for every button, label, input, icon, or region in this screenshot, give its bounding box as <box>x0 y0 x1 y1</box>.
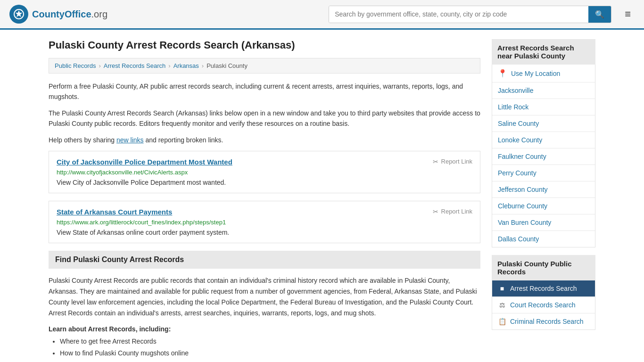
link-card-0: City of Jacksonville Police Department M… <box>49 151 480 193</box>
sidebar-public-title: Pulaski County Public Records <box>492 255 595 280</box>
menu-button[interactable]: ≡ <box>621 7 635 21</box>
logo-icon <box>9 5 28 24</box>
intro-para3: Help others by sharing new links and rep… <box>49 135 480 145</box>
intro-para1: Perform a free Pulaski County, AR public… <box>49 81 480 102</box>
sidebar-nearby-8[interactable]: Van Buren County <box>492 214 595 231</box>
breadcrumb: Public Records › Arrest Records Search ›… <box>49 58 480 74</box>
sidebar-nearby-links: 📍 Use My Location Jacksonville Little Ro… <box>492 65 595 247</box>
intro-para2: The Pulaski County Arrest Records Search… <box>49 108 480 129</box>
sidebar-nearby-5[interactable]: Perry County <box>492 165 595 181</box>
report-link-btn-1[interactable]: ✂ Report Link <box>433 208 472 215</box>
learn-heading: Learn about Arrest Records, including: <box>49 325 480 333</box>
new-links-link[interactable]: new links <box>116 136 144 144</box>
page-title: Pulaski County Arrest Records Search (Ar… <box>49 39 480 51</box>
report-link-btn-0[interactable]: ✂ Report Link <box>433 158 472 165</box>
logo-text: CountyOffice.org <box>32 9 107 20</box>
sidebar-pub-1[interactable]: ⚖ Court Records Search <box>492 297 595 313</box>
scissors-icon-0: ✂ <box>433 158 438 165</box>
link-card-desc-0: View City of Jacksonville Police Departm… <box>57 179 472 186</box>
link-card-header-0: City of Jacksonville Police Department M… <box>57 158 472 166</box>
scissors-icon-1: ✂ <box>433 208 438 215</box>
breadcrumb-public-records[interactable]: Public Records <box>55 62 96 69</box>
sidebar-pub-2[interactable]: 📋 Criminal Records Search <box>492 313 595 329</box>
breadcrumb-sep-3: › <box>202 62 204 69</box>
main-container: Pulaski County Arrest Records Search (Ar… <box>39 30 605 362</box>
sidebar-nearby-title: Arrest Records Search near Pulaski Count… <box>492 39 595 65</box>
site-header: CountyOffice.org 🔍 ≡ <box>0 0 644 30</box>
bullet-item-1: How to find Pulaski County mugshots onli… <box>60 348 480 358</box>
bullet-item-0: Where to get free Arrest Records <box>60 337 480 346</box>
link-card-title-1[interactable]: State of Arkansas Court Payments <box>57 208 172 216</box>
sidebar-nearby-7[interactable]: Cleburne County <box>492 198 595 214</box>
use-location-link[interactable]: 📍 Use My Location <box>492 65 595 82</box>
sidebar: Arrest Records Search near Pulaski Count… <box>492 39 595 362</box>
court-records-icon: ⚖ <box>498 301 506 309</box>
link-card-url-0[interactable]: http://www.cityofjacksonville.net/CivicA… <box>57 169 472 176</box>
location-icon: 📍 <box>498 69 507 78</box>
search-input[interactable] <box>329 6 588 23</box>
arrest-records-icon: ■ <box>498 285 506 292</box>
search-bar: 🔍 <box>329 6 611 23</box>
link-card-header-1: State of Arkansas Court Payments ✂ Repor… <box>57 208 472 216</box>
search-button[interactable]: 🔍 <box>588 6 611 23</box>
site-logo[interactable]: CountyOffice.org <box>9 5 107 24</box>
sidebar-nearby-9[interactable]: Dallas County <box>492 231 595 247</box>
sidebar-nearby-0[interactable]: Jacksonville <box>492 82 595 99</box>
breadcrumb-arkansas[interactable]: Arkansas <box>173 62 199 69</box>
sidebar-nearby-4[interactable]: Faulkner County <box>492 148 595 165</box>
sidebar-pub-0[interactable]: ■ Arrest Records Search <box>492 280 595 297</box>
breadcrumb-sep-2: › <box>168 62 170 69</box>
link-card-url-1[interactable]: https://www.ark.org/littlerock/court_fin… <box>57 219 472 226</box>
bullet-item-2: Are Pulaski County, AR Arrest Records pu… <box>60 360 480 362</box>
sidebar-nearby-2[interactable]: Saline County <box>492 115 595 132</box>
sidebar-nearby-6[interactable]: Jefferson County <box>492 181 595 198</box>
find-records-heading: Find Pulaski County Arrest Records <box>49 251 480 269</box>
sidebar-nearby-3[interactable]: Lonoke County <box>492 132 595 148</box>
breadcrumb-arrest-records[interactable]: Arrest Records Search <box>104 62 166 69</box>
find-records-body: Pulaski County Arrest Records are public… <box>49 275 480 319</box>
link-card-1: State of Arkansas Court Payments ✂ Repor… <box>49 201 480 243</box>
bullet-list: Where to get free Arrest Records How to … <box>49 337 480 362</box>
sidebar-nearby-1[interactable]: Little Rock <box>492 99 595 115</box>
sidebar-public-links: ■ Arrest Records Search ⚖ Court Records … <box>492 280 595 330</box>
breadcrumb-sep-1: › <box>99 62 100 69</box>
breadcrumb-current: Pulaski County <box>206 62 248 69</box>
link-card-title-0[interactable]: City of Jacksonville Police Department M… <box>57 158 232 166</box>
link-card-desc-1: View State of Arkansas online court orde… <box>57 229 472 236</box>
criminal-records-icon: 📋 <box>498 318 506 325</box>
content-area: Pulaski County Arrest Records Search (Ar… <box>49 39 480 362</box>
